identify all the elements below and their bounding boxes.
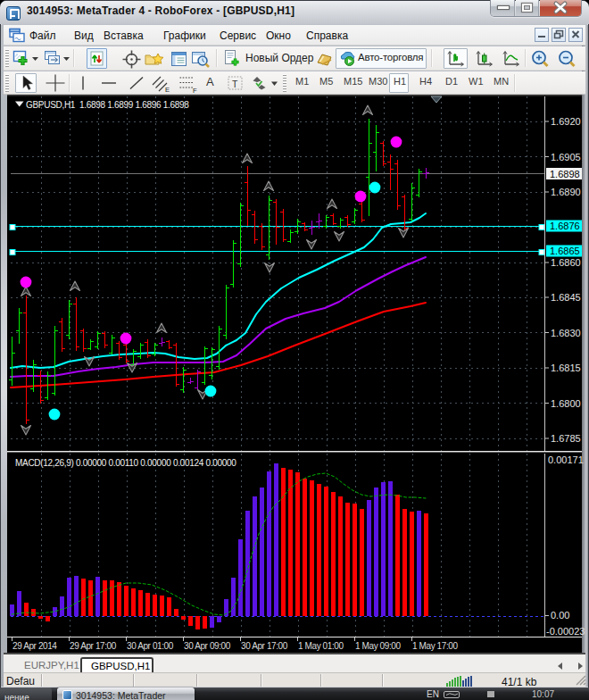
svg-text:1.6845: 1.6845 (551, 292, 581, 303)
svg-text:29 Apr 2014: 29 Apr 2014 (12, 641, 57, 651)
svg-text:30 Apr 01:00: 30 Apr 01:00 (127, 641, 174, 651)
svg-text:F: F (193, 87, 197, 94)
svg-text:1.6860: 1.6860 (551, 257, 581, 268)
svg-text:GBPUSD,H1 1.6898 1.6899 1.689: GBPUSD,H1 1.6898 1.6899 1.6896 1.6898 (26, 100, 189, 110)
svg-text:-0.00023: -0.00023 (546, 626, 585, 637)
svg-text:1.6800: 1.6800 (551, 398, 581, 409)
svg-text:T: T (232, 79, 238, 89)
svg-text:30 Apr 09:00: 30 Apr 09:00 (184, 641, 231, 651)
svg-text:1.6905: 1.6905 (551, 152, 581, 162)
svg-text:MACD(12,26,9) 0.00000 0.00110: MACD(12,26,9) 0.00000 0.00110 0.00000 0.… (15, 458, 236, 468)
svg-text:1.6865: 1.6865 (550, 246, 580, 256)
svg-text:1.6830: 1.6830 (551, 328, 581, 338)
svg-text:1.6898: 1.6898 (550, 169, 580, 179)
svg-text:0.00: 0.00 (551, 610, 569, 621)
svg-text:1.6920: 1.6920 (551, 116, 581, 127)
svg-text:30 Apr 17:00: 30 Apr 17:00 (241, 641, 288, 651)
svg-text:29 Apr 17:00: 29 Apr 17:00 (70, 641, 117, 651)
svg-text:1.6785: 1.6785 (551, 433, 581, 444)
svg-text:0.00171: 0.00171 (548, 454, 584, 465)
svg-text:1.6815: 1.6815 (551, 362, 581, 373)
svg-text:1 May 09:00: 1 May 09:00 (355, 641, 401, 651)
svg-text:1.6890: 1.6890 (551, 187, 581, 197)
svg-text:1 May 17:00: 1 May 17:00 (412, 641, 458, 651)
svg-text:1 May 01:00: 1 May 01:00 (298, 641, 344, 651)
svg-text:E: E (165, 86, 170, 93)
svg-text:1.6876: 1.6876 (550, 221, 580, 231)
